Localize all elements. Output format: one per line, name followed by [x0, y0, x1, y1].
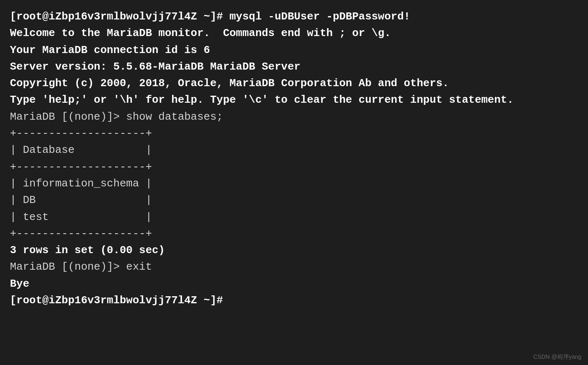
terminal-line: Bye	[10, 276, 578, 292]
terminal-output: [root@iZbp16v3rmlbwolvjj77l4Z ~]# mysql …	[10, 8, 578, 309]
terminal-line: Welcome to the MariaDB monitor. Commands…	[10, 25, 578, 41]
terminal-line: | test |	[10, 209, 578, 225]
terminal-line: [root@iZbp16v3rmlbwolvjj77l4Z ~]#	[10, 292, 578, 309]
watermark: CSDN @程序yang	[533, 353, 581, 361]
terminal-line: 3 rows in set (0.00 sec)	[10, 242, 578, 259]
terminal-line: MariaDB [(none)]> show databases;	[10, 109, 578, 125]
terminal-line: | information_schema |	[10, 175, 578, 192]
terminal-line: [root@iZbp16v3rmlbwolvjj77l4Z ~]# mysql …	[10, 8, 578, 25]
terminal-line: Server version: 5.5.68-MariaDB MariaDB S…	[10, 58, 578, 75]
terminal-line: +--------------------+	[10, 159, 578, 175]
terminal-line: Type 'help;' or '\h' for help. Type '\c'…	[10, 92, 578, 108]
terminal-line: MariaDB [(none)]> exit	[10, 259, 578, 275]
terminal-line: Your MariaDB connection id is 6	[10, 42, 578, 58]
terminal-line: Copyright (c) 2000, 2018, Oracle, MariaD…	[10, 75, 578, 92]
terminal-line: | DB |	[10, 192, 578, 208]
terminal-line: | Database |	[10, 142, 578, 158]
terminal-line: +--------------------+	[10, 125, 578, 142]
terminal-line: +--------------------+	[10, 225, 578, 242]
terminal-window: [root@iZbp16v3rmlbwolvjj77l4Z ~]# mysql …	[0, 0, 588, 365]
